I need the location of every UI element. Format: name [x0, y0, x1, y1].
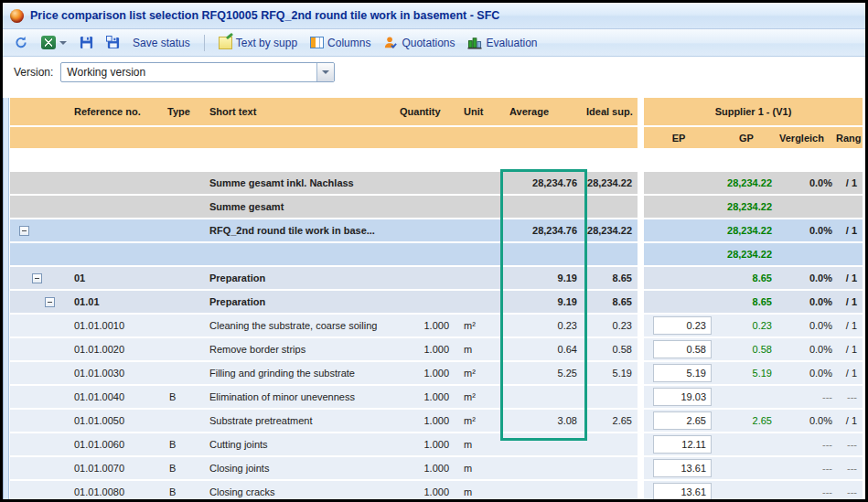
ep-price-input[interactable]: 13.61 — [653, 483, 712, 499]
header-tree — [10, 98, 59, 125]
save-as-button[interactable] — [102, 34, 123, 51]
cell-ideal-supplier: 8.65 — [586, 291, 638, 313]
ep-price-input[interactable]: 13.61 — [653, 459, 712, 477]
table-row[interactable]: 01.01Preparation9.198.658.650.0%/ 1 — [10, 291, 865, 315]
header-supplier1[interactable]: Supplier 1 - (V1) — [644, 98, 863, 125]
version-value: Working version — [67, 66, 145, 79]
subheader-ep[interactable]: EP — [644, 127, 713, 148]
cell-quantity: 1.000 — [396, 481, 460, 499]
cell-short-text: Elimination of minor unevenness — [202, 386, 396, 408]
table-row[interactable]: Summe gesamt inkl. Nachlass28,234.7628,2… — [10, 172, 865, 196]
version-dropdown[interactable]: Working version — [60, 62, 335, 82]
columns-button[interactable]: Columns — [306, 35, 374, 51]
cell-type — [160, 315, 202, 336]
refresh-button[interactable] — [10, 34, 32, 51]
cell-rang: / 1 — [836, 410, 863, 432]
table-row[interactable]: 01.01.0020Remove border strips1.000m0.64… — [10, 338, 865, 362]
table-row[interactable]: 01.01.0040BElimination of minor unevenne… — [10, 386, 865, 410]
expand-cell — [10, 481, 59, 499]
cell-short-text: Summe gesamt inkl. Nachlass — [202, 172, 396, 194]
header-reference[interactable]: Reference no. — [59, 98, 160, 125]
table-row[interactable]: 28,234.22 — [10, 243, 865, 267]
ep-price-input[interactable]: 19.03 — [653, 388, 712, 406]
cell-ideal-supplier: 8.65 — [586, 267, 638, 289]
table-row[interactable]: 01.01.0030Filling and grinding the subst… — [10, 362, 865, 386]
table-row[interactable]: 01.01.0060BCutting joints1.000m12.11----… — [10, 433, 865, 457]
cell-ep — [644, 148, 713, 170]
header-type[interactable]: Type — [160, 98, 202, 125]
ep-price-input[interactable]: 0.23 — [653, 316, 712, 335]
column-gap — [638, 98, 644, 125]
cell-ideal-supplier — [586, 148, 638, 170]
cell-ideal-supplier: 0.58 — [586, 338, 638, 360]
cell-quantity: 1.000 — [396, 433, 460, 455]
table-row[interactable]: 01.01.0010Cleaning the substrate, coarse… — [10, 315, 865, 338]
cell-short-text: Substrate pretreatment — [202, 410, 396, 432]
cell-vergleich: 0.0% — [779, 291, 836, 313]
header-unit[interactable]: Unit — [460, 98, 502, 125]
expand-toggle-icon[interactable] — [45, 297, 55, 307]
cell-unit: m² — [460, 315, 502, 336]
header-ideal[interactable]: Ideal sup. — [586, 98, 638, 125]
table-row[interactable] — [10, 148, 865, 172]
column-gap — [638, 338, 644, 360]
table-row[interactable]: 01.01.0070BClosing joints1.000m13.61----… — [10, 457, 865, 481]
cell-vergleich: --- — [779, 457, 836, 479]
table-row[interactable]: 01.01.0080BClosing cracks1.000m13.61----… — [10, 481, 865, 499]
expand-cell — [10, 338, 59, 360]
header-quantity[interactable]: Quantity — [396, 98, 460, 125]
window-titlebar: Price comparison list selection RFQ10005… — [3, 3, 865, 29]
cell-rang: / 1 — [836, 291, 863, 313]
column-gap — [863, 481, 865, 499]
table-row[interactable]: Summe gesamt28,234.22 — [10, 196, 865, 219]
expand-toggle-icon[interactable] — [19, 226, 29, 236]
quotations-button[interactable]: Quotations — [380, 34, 458, 51]
header-short-text[interactable]: Short text — [202, 98, 396, 125]
export-excel-button[interactable] — [38, 34, 70, 51]
column-gap — [863, 386, 865, 408]
cell-ideal-supplier — [586, 433, 638, 455]
column-gap — [863, 172, 865, 194]
cell-unit — [460, 291, 502, 313]
subheader-vergleich[interactable]: Vergleich — [779, 127, 836, 148]
cell-rang: --- — [836, 433, 863, 455]
window-left-frame — [3, 98, 10, 499]
cell-ideal-supplier: 5.19 — [586, 362, 638, 384]
cell-vergleich: 0.0% — [779, 315, 836, 336]
cell-rang: --- — [836, 457, 863, 479]
cell-type: B — [160, 457, 202, 479]
version-dropdown-button[interactable] — [316, 63, 334, 81]
ep-price-input[interactable]: 5.19 — [653, 364, 712, 382]
expand-toggle-icon[interactable] — [32, 273, 42, 283]
cell-reference: 01.01.0010 — [59, 315, 160, 336]
text-by-supplier-button[interactable]: Text by supp — [215, 35, 301, 51]
table-row[interactable]: 01Preparation9.198.658.650.0%/ 1 — [10, 267, 865, 291]
cell-unit: m² — [460, 362, 502, 384]
cell-type: B — [160, 433, 202, 455]
evaluation-button[interactable]: Evaluation — [464, 34, 541, 51]
cell-short-text: Closing joints — [202, 457, 396, 479]
toolbar-separator — [204, 35, 205, 51]
save-status-button[interactable]: Save status — [129, 35, 194, 51]
column-gap — [863, 291, 865, 313]
cell-reference: 01 — [59, 267, 160, 289]
cell-vergleich: 0.0% — [779, 172, 836, 194]
subheader-empty — [59, 127, 160, 148]
ep-price-input[interactable]: 12.11 — [653, 435, 712, 454]
column-gap — [863, 315, 865, 336]
expand-cell — [10, 243, 59, 265]
table-row[interactable]: RFQ_2nd round tile work in base...28,234… — [10, 219, 865, 243]
subheader-rang[interactable]: Rang — [836, 127, 863, 148]
cell-gp — [713, 386, 779, 408]
grid-header-row-2: EP GP Vergleich Rang — [10, 127, 865, 148]
cell-average: 28,234.76 — [502, 172, 586, 194]
cell-gp: 28,234.22 — [713, 219, 779, 241]
ep-price-input[interactable]: 0.58 — [653, 340, 712, 358]
header-average[interactable]: Average — [502, 98, 586, 125]
cell-type: B — [160, 481, 202, 499]
refresh-icon — [14, 36, 28, 49]
save-button[interactable] — [76, 34, 97, 51]
ep-price-input[interactable]: 2.65 — [653, 411, 712, 430]
subheader-gp[interactable]: GP — [713, 127, 779, 148]
table-row[interactable]: 01.01.0050Substrate pretreatment1.000m²3… — [10, 410, 865, 433]
